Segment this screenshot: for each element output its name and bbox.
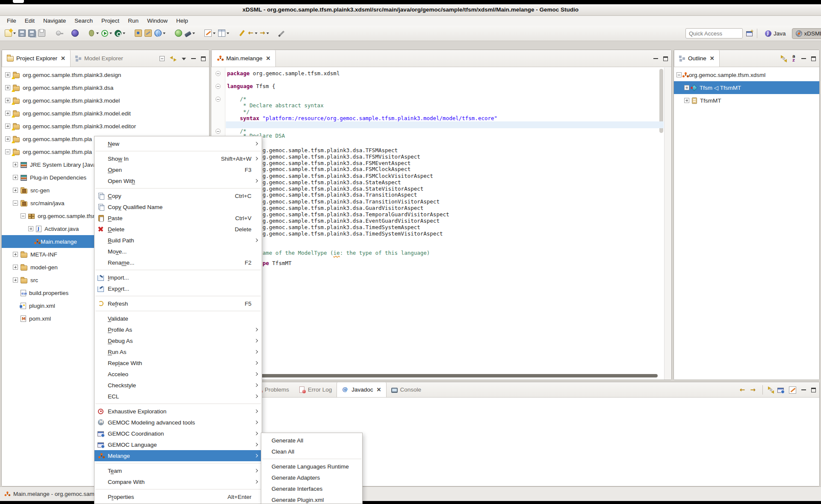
- print-button[interactable]: [37, 29, 46, 38]
- forward-button[interactable]: →: [259, 29, 270, 38]
- close-tab-icon[interactable]: ✕: [266, 55, 271, 62]
- menu-item-gemoc-language[interactable]: GEMOC Language: [95, 439, 262, 450]
- navigate-forward-icon[interactable]: →: [750, 386, 756, 394]
- close-tab-icon[interactable]: ✕: [710, 55, 715, 62]
- last-edit-location-button[interactable]: [238, 29, 246, 38]
- link-with-editor-icon[interactable]: [170, 56, 177, 62]
- menu-item-generate-plugin-xml[interactable]: Generate Plugin.xml: [261, 494, 362, 504]
- perspective-button-java[interactable]: Java: [762, 29, 789, 38]
- tab-console[interactable]: Console: [387, 382, 426, 397]
- perspective-button-xdsml[interactable]: xDSML: [792, 28, 821, 39]
- expander-plus-icon[interactable]: [13, 175, 18, 180]
- dropdown-arrow-icon[interactable]: [227, 32, 229, 34]
- menu-item-move[interactable]: Move...: [95, 246, 262, 257]
- expander-plus-icon[interactable]: [13, 265, 18, 270]
- menu-item-rename[interactable]: Rename...F2: [95, 257, 262, 268]
- fold-collapse-icon[interactable]: [216, 97, 221, 102]
- open-perspective-icon[interactable]: [746, 31, 753, 36]
- expander-plus-icon[interactable]: [684, 85, 689, 90]
- expander-plus-icon[interactable]: [5, 124, 10, 129]
- outline-tree[interactable]: org.gemoc.sample.tfsm.xdsmlTfsm ◁ TfsmMT…: [674, 68, 819, 380]
- menu-item-team[interactable]: Team: [95, 465, 262, 476]
- tab-model-explorer[interactable]: Model Explorer: [71, 50, 128, 67]
- expander-plus-icon[interactable]: [5, 98, 10, 103]
- expander-plus-icon[interactable]: [5, 72, 10, 77]
- sort-icon[interactable]: [790, 55, 796, 62]
- menu-item-checkstyle[interactable]: Checkstyle: [95, 380, 262, 391]
- minimize-icon[interactable]: [191, 56, 196, 61]
- tab-project-explorer[interactable]: Project Explorer ✕: [2, 50, 71, 67]
- menu-item-melange[interactable]: Melange: [95, 450, 262, 461]
- close-tab-icon[interactable]: ✕: [61, 55, 65, 62]
- expander-plus-icon[interactable]: [13, 188, 18, 193]
- dropdown-arrow-icon[interactable]: [13, 32, 16, 34]
- menu-item-exhaustive-exploration[interactable]: Exhaustive Exploration: [95, 406, 262, 417]
- menu-item-clean-all[interactable]: Clean All: [261, 446, 362, 457]
- tab-main-melange[interactable]: Main.melange ✕: [211, 50, 276, 67]
- debug-button[interactable]: [87, 29, 100, 38]
- menu-item-profile-as[interactable]: Profile As: [95, 324, 262, 335]
- expander-plus-icon[interactable]: [13, 162, 18, 167]
- expander-minus-icon[interactable]: [676, 72, 682, 77]
- maximize-icon[interactable]: [201, 56, 206, 61]
- expander-plus-icon[interactable]: [5, 85, 10, 90]
- dropdown-arrow-icon[interactable]: [255, 32, 257, 34]
- menu-project[interactable]: Project: [97, 18, 124, 24]
- tab-outline[interactable]: Outline ✕: [674, 50, 720, 67]
- web-browser-button[interactable]: [154, 29, 166, 38]
- horizontal-scrollbar[interactable]: [227, 374, 658, 377]
- profile-button[interactable]: [114, 29, 126, 38]
- menu-item-export[interactable]: Export...: [95, 283, 262, 294]
- pin-editor-button[interactable]: [278, 29, 286, 38]
- dropdown-arrow-icon[interactable]: [192, 32, 195, 34]
- dropdown-arrow-icon[interactable]: [213, 32, 216, 34]
- dropdown-arrow-icon[interactable]: [123, 32, 125, 34]
- menu-item-open-with[interactable]: Open With: [95, 175, 262, 186]
- close-tab-icon[interactable]: ✕: [377, 386, 381, 393]
- menu-item-gemoc-coordination[interactable]: GEMOC Coordination: [95, 428, 262, 439]
- menu-item-replace-with[interactable]: Replace With: [95, 357, 262, 368]
- menu-item-generate-all[interactable]: Generate All: [261, 435, 362, 446]
- link-with-editor-toggle[interactable]: [783, 57, 785, 60]
- minimize-icon[interactable]: [801, 388, 806, 392]
- dropdown-arrow-icon[interactable]: [266, 32, 269, 34]
- minimize-icon[interactable]: [801, 56, 806, 61]
- menu-window[interactable]: Window: [143, 18, 172, 24]
- menu-search[interactable]: Search: [70, 18, 97, 24]
- new-plugin-project-button[interactable]: [134, 29, 143, 38]
- outline-item[interactable]: TfsmMT: [674, 94, 819, 107]
- fold-collapse-icon[interactable]: [216, 84, 221, 89]
- back-button[interactable]: ←: [247, 29, 258, 38]
- tree-item[interactable]: org.gemoc.sample.tfsm.plaink3.design: [2, 68, 209, 81]
- menu-item-refresh[interactable]: RefreshF5: [95, 298, 262, 309]
- menu-item-build-path[interactable]: Build Path: [95, 235, 262, 246]
- dropdown-arrow-icon[interactable]: [96, 32, 99, 34]
- menu-file[interactable]: File: [3, 18, 21, 24]
- expander-plus-icon[interactable]: [13, 252, 18, 257]
- tree-item[interactable]: org.gemoc.sample.tfsm.plaink3.model: [2, 94, 209, 107]
- outline-item[interactable]: Tfsm ◁ TfsmMT: [674, 81, 819, 94]
- tree-item[interactable]: org.gemoc.sample.tfsm.plaink3.dsa: [2, 81, 209, 94]
- menu-item-copy-qualified-name[interactable]: Copy Qualified Name: [95, 201, 262, 212]
- new-wizard-button[interactable]: [4, 29, 17, 38]
- menu-item-acceleo[interactable]: Acceleo: [95, 368, 262, 380]
- search-button[interactable]: [184, 29, 196, 37]
- menu-item-new[interactable]: New: [95, 138, 262, 149]
- menu-item-run-as[interactable]: Run As: [95, 346, 262, 357]
- menu-item-delete[interactable]: DeleteDelete: [95, 224, 262, 235]
- update-button[interactable]: [174, 29, 183, 38]
- java-application-button[interactable]: [71, 29, 80, 38]
- fold-collapse-icon[interactable]: [216, 71, 221, 76]
- menu-item-show-in[interactable]: Show InShift+Alt+W: [95, 153, 262, 164]
- navigate-back-icon[interactable]: ←: [740, 386, 745, 394]
- expander-plus-icon[interactable]: [5, 111, 10, 116]
- collapse-all-icon[interactable]: [159, 56, 165, 61]
- menu-item-generate-languages-runtime[interactable]: Generate Languages Runtime: [261, 461, 362, 472]
- expander-plus-icon[interactable]: [684, 98, 689, 103]
- save-all-button[interactable]: [27, 29, 36, 38]
- menu-run[interactable]: Run: [124, 18, 143, 24]
- menu-item-generate-adapters[interactable]: Generate Adapters: [261, 472, 362, 483]
- menu-item-import[interactable]: Import...: [95, 272, 262, 283]
- expander-plus-icon[interactable]: [28, 226, 33, 231]
- open-attached-javadoc-icon[interactable]: [777, 388, 784, 393]
